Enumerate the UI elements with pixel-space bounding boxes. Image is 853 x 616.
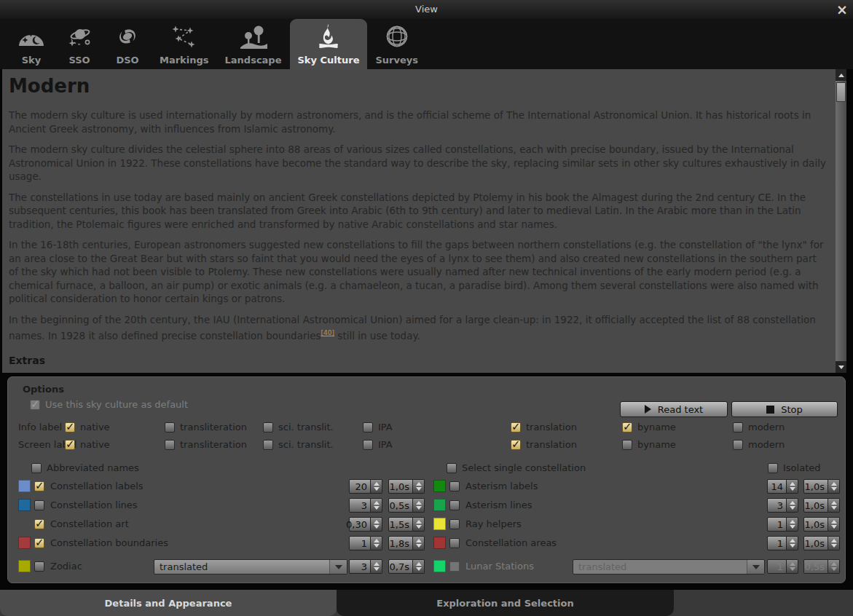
galaxy-icon [111,22,144,54]
lunar-stations-row: Lunar Stations translated 1 0,5s [8,559,845,574]
description-scrollbar[interactable] [836,69,846,373]
read-text-button[interactable]: Read text [620,401,728,417]
tab-details-and-appearance[interactable]: Details and Appearance [0,590,337,616]
constellation-areas-thickness-spinbox[interactable]: 1 [767,536,798,550]
wireframe-globe-icon [381,22,413,54]
spin-arrows-icon[interactable] [828,498,840,513]
scroll-up-icon[interactable] [836,69,846,81]
spin-arrows-icon[interactable] [787,479,798,494]
spin-arrows-icon[interactable] [828,517,840,532]
chevron-down-icon [747,560,764,574]
ray-helpers-color-swatch[interactable] [433,518,446,530]
screen-translation-checkbox[interactable] [511,440,521,450]
screen-byname-checkbox[interactable] [622,440,632,450]
screen-ipa-checkbox[interactable] [363,440,373,450]
asterism-labels-color-swatch[interactable] [433,480,446,492]
ray-helpers-fade-spinbox[interactable]: 1,0s [803,517,840,532]
spin-arrows-icon [787,559,798,574]
tab-label: Markings [160,55,209,66]
info-transliteration-checkbox[interactable] [165,422,175,433]
info-modern-checkbox[interactable] [733,422,743,433]
lunar-stations-fade-spinbox: 0,5s [803,559,840,574]
asterism-lines-thickness-spinbox[interactable]: 3 [767,498,798,513]
checkbox-label: Abbreviated names [47,462,139,473]
checkbox-label: byname [637,422,676,433]
asterism-lines-color-swatch[interactable] [433,499,446,511]
tab-label: Sky Culture [298,55,360,66]
tab-landscape[interactable]: Landscape [217,19,290,69]
asterism-labels-checkbox[interactable] [449,481,460,491]
scroll-down-icon[interactable] [836,361,846,373]
tab-label: SSO [68,55,90,66]
checkbox-label: translation [526,439,577,450]
stop-label: Stop [781,404,803,415]
info-ipa-checkbox[interactable] [363,422,373,433]
feature-label: Asterism lines [465,499,532,510]
options-panel: Options Use this sky culture as default … [7,376,846,583]
screen-transliteration-checkbox[interactable] [165,440,175,450]
spin-arrows-icon[interactable] [828,536,840,550]
checkbox-label: transliteration [180,422,247,433]
constellation-areas-color-swatch[interactable] [433,537,446,549]
close-icon[interactable]: × [836,1,848,18]
spin-arrows-icon[interactable] [787,536,798,550]
tab-sky[interactable]: Sky [7,19,55,69]
view-tab-bar: Sky SSO DSO Markings Landscape Sky Cultu… [0,19,853,69]
constellation-areas-checkbox[interactable] [449,538,460,548]
asterism-lines-fade-spinbox[interactable]: 1,0s [803,498,840,513]
paragraph: The modern sky culture is used internati… [9,108,828,135]
window-titlebar: View × [0,0,853,20]
info-native-checkbox[interactable] [65,422,75,433]
select-single-constellation-checkbox[interactable] [447,463,457,473]
stop-button[interactable]: Stop [731,401,838,417]
checkbox-label: Isolated [783,462,821,473]
spin-arrows-icon[interactable] [787,517,798,532]
use-default-checkbox[interactable] [30,400,40,410]
asterism-labels-fade-spinbox[interactable]: 1,0s [803,479,840,494]
scrollbar-thumb[interactable] [836,82,846,102]
lunar-stations-checkbox [449,561,460,572]
checkbox-label: translation [526,422,577,433]
tab-exploration-and-selection[interactable]: Exploration and Selection [337,590,674,616]
tab-markings[interactable]: Markings [152,19,217,69]
checkbox-label: transliteration [180,439,247,450]
landscape-trees-icon [237,22,270,54]
sky-culture-description: Modern The modern sky culture is used in… [2,69,836,373]
tab-sso[interactable]: SSO [55,19,103,69]
info-sci-translit-checkbox[interactable] [263,422,273,433]
abbreviated-names-checkbox[interactable] [31,463,42,473]
constellation-areas-row: Constellation areas 1 1,0s [8,536,845,551]
info-label: Info label [18,422,62,433]
spin-arrows-icon [828,559,840,574]
tab-label: DSO [116,55,138,66]
info-translation-checkbox[interactable] [511,422,521,433]
paragraph-text: still in use today. [334,330,420,341]
bottom-tab-bar: Details and Appearance Exploration and S… [0,590,853,616]
dropdown-value: translated [578,561,626,572]
checkbox-label: native [80,439,110,450]
spin-arrows-icon[interactable] [787,498,798,513]
extras-heading: Extras [9,355,828,366]
screen-modern-checkbox[interactable] [733,440,743,450]
selection-options-row: Abbreviated names Select single constell… [8,462,845,478]
tab-sky-culture[interactable]: Sky Culture [290,19,368,69]
tab-dso[interactable]: DSO [103,19,152,69]
ray-helpers-checkbox[interactable] [449,519,460,529]
info-byname-checkbox[interactable] [622,422,632,433]
screen-native-checkbox[interactable] [65,440,75,450]
ray-helpers-thickness-spinbox[interactable]: 1 [767,517,798,532]
footnote-link[interactable]: [40] [321,329,334,336]
feature-label: Asterism labels [465,481,538,491]
ray-helpers-row: Ray helpers 1 1,0s [8,517,845,532]
spin-arrows-icon[interactable] [828,479,840,494]
screen-sci-translit-checkbox[interactable] [263,440,273,450]
constellation-areas-fade-spinbox[interactable]: 1,0s [803,536,840,550]
paragraph: The modern sky culture divides the celes… [9,143,828,183]
asterism-lines-checkbox[interactable] [449,500,460,510]
isolated-checkbox[interactable] [768,463,778,473]
tab-surveys[interactable]: Surveys [367,19,426,69]
asterism-labels-size-spinbox[interactable]: 14 [767,479,798,494]
tab-label: Surveys [375,55,418,66]
sky-culture-title: Modern [9,75,828,97]
checkbox-label: IPA [378,439,393,450]
